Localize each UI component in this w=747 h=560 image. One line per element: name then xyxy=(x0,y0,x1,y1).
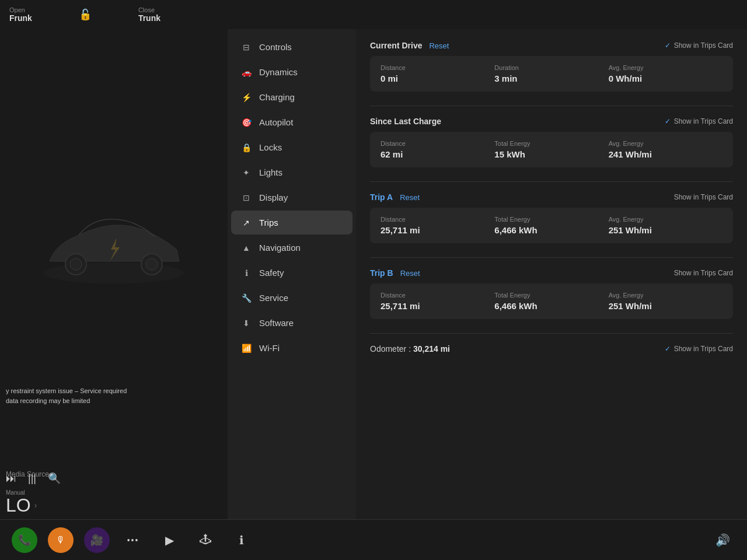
current-drive-show-trips[interactable]: ✓ Show in Trips Card xyxy=(665,41,733,50)
trip-b-title: Trip B xyxy=(370,268,393,278)
service-icon: 🔧 xyxy=(240,293,252,303)
nav-item-dynamics[interactable]: 🚗 Dynamics xyxy=(231,60,352,84)
lo-arrow: › xyxy=(34,501,37,510)
odometer-show-trips[interactable]: ✓ Show in Trips Card xyxy=(665,345,733,353)
since-last-charge-section: Since Last Charge ✓ Show in Trips Card D… xyxy=(370,117,733,167)
car-image-area: y restraint system issue – Service requi… xyxy=(0,29,228,470)
nav-item-autopilot[interactable]: 🎯 Autopilot xyxy=(231,110,352,134)
trunk-label: Close xyxy=(138,6,160,13)
trip-a-stat-energy-total: Total Energy 6,466 kWh xyxy=(494,216,608,235)
charging-icon: ⚡ xyxy=(240,93,252,102)
since-last-charge-show-trips[interactable]: ✓ Show in Trips Card xyxy=(665,117,733,125)
nav-item-controls[interactable]: ⊟ Controls xyxy=(231,35,352,59)
current-drive-show-label: Show in Trips Card xyxy=(674,41,733,50)
slc-total-energy-value: 15 kWh xyxy=(494,149,608,159)
search-btn[interactable]: 🔍 xyxy=(48,472,61,485)
current-drive-reset[interactable]: Reset xyxy=(429,41,449,50)
software-label: Software xyxy=(259,318,294,328)
nav-menu: ⊟ Controls 🚗 Dynamics ⚡ Charging 🎯 Autop… xyxy=(228,29,356,519)
autopilot-icon: 🎯 xyxy=(240,118,252,127)
divider-4 xyxy=(370,333,733,334)
trip-b-total-energy-label: Total Energy xyxy=(494,292,608,299)
controls-icon: ⊟ xyxy=(240,43,252,52)
lo-value: LO xyxy=(6,496,31,514)
nav-item-charging[interactable]: ⚡ Charging xyxy=(231,85,352,109)
skip-btn[interactable]: ⏭ xyxy=(6,473,16,485)
nav-item-service[interactable]: 🔧 Service xyxy=(231,286,352,310)
trip-b-data-box: Distance 25,711 mi Total Energy 6,466 kW… xyxy=(370,284,733,319)
current-drive-distance-label: Distance xyxy=(381,64,494,71)
odometer-row: Odometer : 30,214 mi ✓ Show in Trips Car… xyxy=(370,344,733,354)
nav-item-safety[interactable]: ℹ Safety xyxy=(231,261,352,285)
nav-item-lights[interactable]: ✦ Lights xyxy=(231,160,352,184)
camera-button[interactable]: 🎥 xyxy=(84,527,110,553)
frunk-label: Open xyxy=(9,6,32,13)
trip-a-avg-energy-label: Avg. Energy xyxy=(609,216,722,223)
current-drive-stat-duration: Duration 3 min xyxy=(494,64,608,83)
current-drive-header-left: Current Drive Reset xyxy=(370,41,449,50)
trips-icon: ↗ xyxy=(240,218,252,228)
divider-2 xyxy=(370,181,733,182)
manual-label: Manual xyxy=(6,489,222,496)
since-last-charge-header: Since Last Charge ✓ Show in Trips Card xyxy=(370,117,733,126)
current-drive-checkmark: ✓ xyxy=(665,41,671,50)
svg-point-0 xyxy=(44,262,184,284)
trip-b-header-left: Trip B Reset xyxy=(370,268,420,278)
trip-a-reset[interactable]: Reset xyxy=(400,193,420,202)
frunk-button[interactable]: Open Frunk xyxy=(9,6,32,23)
trip-b-distance-value: 25,711 mi xyxy=(381,301,494,311)
nav-item-trips[interactable]: ↗ Trips xyxy=(231,211,352,235)
taskbar: 📞 🎙 🎥 ••• ▶ 🕹 ℹ 🔊 xyxy=(0,519,747,560)
trip-b-avg-energy-value: 251 Wh/mi xyxy=(609,301,722,311)
manual-lo: Manual LO › xyxy=(6,489,222,514)
nav-item-wifi[interactable]: 📶 Wi-Fi xyxy=(231,336,352,360)
trip-a-distance-value: 25,711 mi xyxy=(381,225,494,235)
since-last-charge-stat-distance: Distance 62 mi xyxy=(381,140,494,159)
autopilot-label: Autopilot xyxy=(259,117,293,127)
trip-b-stat-distance: Distance 25,711 mi xyxy=(381,292,494,311)
alert-line1: y restraint system issue – Service requi… xyxy=(6,386,127,396)
odometer-checkmark: ✓ xyxy=(665,345,671,353)
current-drive-stat-distance: Distance 0 mi xyxy=(381,64,494,83)
navigation-label: Navigation xyxy=(259,243,301,253)
trip-a-show-trips[interactable]: Show in Trips Card xyxy=(674,193,733,201)
info-button[interactable]: ℹ xyxy=(229,527,254,553)
nav-item-locks[interactable]: 🔒 Locks xyxy=(231,135,352,159)
wifi-icon: 📶 xyxy=(240,344,252,353)
svg-point-2 xyxy=(70,258,82,270)
more-button[interactable]: ••• xyxy=(120,527,146,553)
current-drive-distance-value: 0 mi xyxy=(381,74,494,83)
current-drive-header: Current Drive Reset ✓ Show in Trips Card xyxy=(370,41,733,50)
odometer-value: 30,214 mi xyxy=(413,344,450,354)
trip-a-stat-energy-avg: Avg. Energy 251 Wh/mi xyxy=(609,216,722,235)
display-label: Display xyxy=(259,192,288,202)
trunk-button[interactable]: Close Trunk xyxy=(138,6,160,23)
trip-a-header-left: Trip A Reset xyxy=(370,192,420,202)
equalizer-btn[interactable]: ||| xyxy=(28,473,36,485)
play-button[interactable]: ▶ xyxy=(156,527,182,553)
display-icon: ⊡ xyxy=(240,193,252,202)
main-layout: y restraint system issue – Service requi… xyxy=(0,29,747,519)
trips-label: Trips xyxy=(259,218,278,228)
voice-button[interactable]: 🎙 xyxy=(48,527,74,553)
nav-item-software[interactable]: ⬇ Software xyxy=(231,311,352,335)
trip-a-section: Trip A Reset Show in Trips Card Distance… xyxy=(370,192,733,243)
volume-button[interactable]: 🔊 xyxy=(710,527,735,553)
odometer-label: Odometer xyxy=(370,344,406,354)
phone-button[interactable]: 📞 xyxy=(12,527,37,553)
dynamics-label: Dynamics xyxy=(259,67,298,77)
media-controls: ⏭ ||| 🔍 xyxy=(6,472,222,485)
joystick-button[interactable]: 🕹 xyxy=(193,527,218,553)
trip-b-reset[interactable]: Reset xyxy=(400,269,420,278)
car-silhouette xyxy=(32,203,196,296)
trip-a-show-label: Show in Trips Card xyxy=(674,193,733,201)
slc-total-energy-label: Total Energy xyxy=(494,140,608,147)
screen-container: Open Frunk 🔓 Close Trunk xyxy=(0,0,747,560)
nav-item-display[interactable]: ⊡ Display xyxy=(231,186,352,209)
current-drive-stat-energy: Avg. Energy 0 Wh/mi xyxy=(609,64,722,83)
trip-b-show-label: Show in Trips Card xyxy=(674,269,733,277)
trip-b-header: Trip B Reset Show in Trips Card xyxy=(370,268,733,278)
trip-b-show-trips[interactable]: Show in Trips Card xyxy=(674,269,733,277)
trip-b-stat-energy-avg: Avg. Energy 251 Wh/mi xyxy=(609,292,722,311)
nav-item-navigation[interactable]: ▲ Navigation xyxy=(231,236,352,260)
